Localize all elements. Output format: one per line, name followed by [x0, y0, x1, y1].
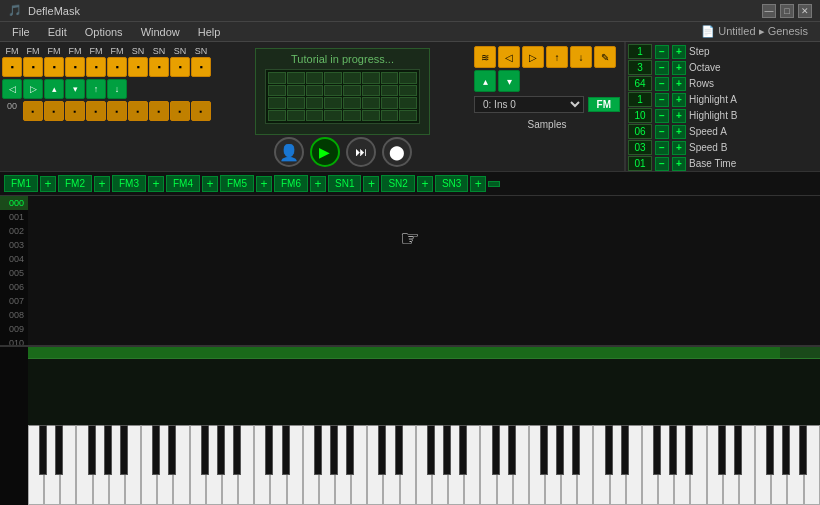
- instrument-select[interactable]: 0: Ins 0: [474, 96, 584, 113]
- inst-btn-down[interactable]: ▾: [498, 70, 520, 92]
- black-key[interactable]: [685, 425, 693, 475]
- black-key[interactable]: [233, 425, 241, 475]
- piano-keyboard[interactable]: [28, 425, 820, 505]
- black-key[interactable]: [653, 425, 661, 475]
- tab-fm3-add[interactable]: +: [148, 176, 164, 192]
- tab-fm2[interactable]: FM2: [58, 175, 92, 192]
- black-key[interactable]: [492, 425, 500, 475]
- black-key[interactable]: [427, 425, 435, 475]
- black-key[interactable]: [718, 425, 726, 475]
- black-key[interactable]: [55, 425, 63, 475]
- black-key[interactable]: [104, 425, 112, 475]
- black-key[interactable]: [395, 425, 403, 475]
- inst-btn-load[interactable]: ↑: [546, 46, 568, 68]
- octave-plus-button[interactable]: +: [672, 61, 686, 75]
- inst-btn-edit[interactable]: ✎: [594, 46, 616, 68]
- highlight-a-minus-button[interactable]: −: [655, 93, 669, 107]
- speed-b-plus-button[interactable]: +: [672, 141, 686, 155]
- step-plus-button[interactable]: +: [672, 45, 686, 59]
- nav-btn-6[interactable]: ↓: [107, 79, 127, 99]
- nav-btn-3[interactable]: ▴: [44, 79, 64, 99]
- black-key[interactable]: [346, 425, 354, 475]
- menu-file[interactable]: File: [4, 24, 38, 40]
- ch-num-btn-4[interactable]: ▪: [86, 101, 106, 121]
- tab-sn3[interactable]: SN3: [435, 175, 468, 192]
- ch-num-btn-8[interactable]: ▪: [170, 101, 190, 121]
- close-button[interactable]: ✕: [798, 4, 812, 18]
- ch-num-btn-9[interactable]: ▪: [191, 101, 211, 121]
- toolbar-btn-5[interactable]: ▪: [86, 57, 106, 77]
- pattern-area[interactable]: 000 001 002 003 004 005 006 007 008 009 …: [0, 196, 820, 505]
- black-key[interactable]: [734, 425, 742, 475]
- black-key[interactable]: [799, 425, 807, 475]
- inst-btn-prev[interactable]: ◁: [498, 46, 520, 68]
- inst-btn-wave[interactable]: ≋: [474, 46, 496, 68]
- black-key[interactable]: [378, 425, 386, 475]
- toolbar-btn-2[interactable]: ▪: [23, 57, 43, 77]
- toolbar-btn-9[interactable]: ▪: [170, 57, 190, 77]
- nav-btn-5[interactable]: ↑: [86, 79, 106, 99]
- tab-fm4-add[interactable]: +: [202, 176, 218, 192]
- black-key[interactable]: [443, 425, 451, 475]
- ch-num-btn-1[interactable]: ▪: [23, 101, 43, 121]
- speed-a-plus-button[interactable]: +: [672, 125, 686, 139]
- black-key[interactable]: [766, 425, 774, 475]
- fm-button[interactable]: FM: [588, 97, 620, 112]
- black-key[interactable]: [508, 425, 516, 475]
- black-key[interactable]: [120, 425, 128, 475]
- black-key[interactable]: [282, 425, 290, 475]
- black-key[interactable]: [621, 425, 629, 475]
- tab-fm5-add[interactable]: +: [256, 176, 272, 192]
- menu-edit[interactable]: Edit: [40, 24, 75, 40]
- black-key[interactable]: [201, 425, 209, 475]
- tab-fm4[interactable]: FM4: [166, 175, 200, 192]
- nav-btn-1[interactable]: ◁: [2, 79, 22, 99]
- toolbar-btn-3[interactable]: ▪: [44, 57, 64, 77]
- black-key[interactable]: [152, 425, 160, 475]
- next-button[interactable]: ⏭: [346, 137, 376, 167]
- tab-fm1[interactable]: FM1: [4, 175, 38, 192]
- black-key[interactable]: [168, 425, 176, 475]
- minimize-button[interactable]: —: [762, 4, 776, 18]
- inst-btn-up[interactable]: ▴: [474, 70, 496, 92]
- black-key[interactable]: [88, 425, 96, 475]
- ch-num-btn-2[interactable]: ▪: [44, 101, 64, 121]
- base-time-plus-button[interactable]: +: [672, 157, 686, 171]
- black-key[interactable]: [217, 425, 225, 475]
- black-key[interactable]: [572, 425, 580, 475]
- toolbar-btn-1[interactable]: ▪: [2, 57, 22, 77]
- tab-sn2-add[interactable]: +: [417, 176, 433, 192]
- highlight-b-plus-button[interactable]: +: [672, 109, 686, 123]
- play-button[interactable]: ▶: [310, 137, 340, 167]
- ch-num-btn-3[interactable]: ▪: [65, 101, 85, 121]
- highlight-b-minus-button[interactable]: −: [655, 109, 669, 123]
- black-key[interactable]: [540, 425, 548, 475]
- black-key[interactable]: [265, 425, 273, 475]
- tab-extra[interactable]: [488, 181, 500, 187]
- menu-window[interactable]: Window: [133, 24, 188, 40]
- toolbar-btn-10[interactable]: ▪: [191, 57, 211, 77]
- inst-btn-save[interactable]: ↓: [570, 46, 592, 68]
- black-key[interactable]: [459, 425, 467, 475]
- ch-num-btn-6[interactable]: ▪: [128, 101, 148, 121]
- mask-button[interactable]: 👤: [274, 137, 304, 167]
- black-key[interactable]: [669, 425, 677, 475]
- black-key[interactable]: [556, 425, 564, 475]
- tab-sn1[interactable]: SN1: [328, 175, 361, 192]
- black-key[interactable]: [605, 425, 613, 475]
- base-time-minus-button[interactable]: −: [655, 157, 669, 171]
- tab-fm5[interactable]: FM5: [220, 175, 254, 192]
- black-key[interactable]: [782, 425, 790, 475]
- toolbar-btn-8[interactable]: ▪: [149, 57, 169, 77]
- toolbar-btn-6[interactable]: ▪: [107, 57, 127, 77]
- speed-b-minus-button[interactable]: −: [655, 141, 669, 155]
- inst-btn-next[interactable]: ▷: [522, 46, 544, 68]
- maximize-button[interactable]: □: [780, 4, 794, 18]
- record-button[interactable]: ⬤: [382, 137, 412, 167]
- menu-help[interactable]: Help: [190, 24, 229, 40]
- speed-a-minus-button[interactable]: −: [655, 125, 669, 139]
- tab-fm2-add[interactable]: +: [94, 176, 110, 192]
- tab-fm6-add[interactable]: +: [310, 176, 326, 192]
- octave-minus-button[interactable]: −: [655, 61, 669, 75]
- toolbar-btn-4[interactable]: ▪: [65, 57, 85, 77]
